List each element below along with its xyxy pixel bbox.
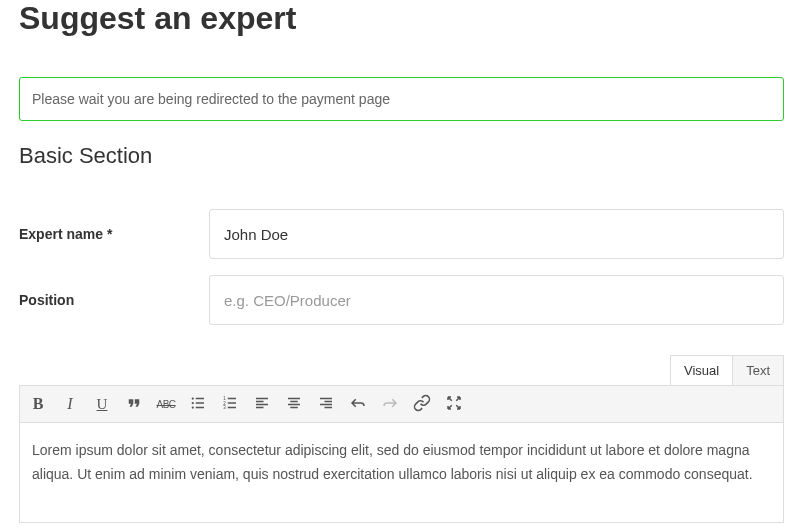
position-label: Position <box>19 275 209 308</box>
editor-content[interactable]: Lorem ipsum dolor sit amet, consectetur … <box>19 423 784 523</box>
link-button[interactable] <box>406 388 438 420</box>
numbered-list-button[interactable]: 123 <box>214 388 246 420</box>
svg-rect-14 <box>256 403 268 405</box>
align-center-button[interactable] <box>278 388 310 420</box>
strikethrough-icon: ABC <box>156 399 175 410</box>
svg-rect-19 <box>290 406 298 408</box>
svg-rect-22 <box>320 403 332 405</box>
align-right-button[interactable] <box>310 388 342 420</box>
svg-rect-7 <box>228 397 236 399</box>
italic-button[interactable]: I <box>54 388 86 420</box>
form-row-expert-name: Expert name * <box>19 209 784 259</box>
svg-rect-23 <box>325 406 333 408</box>
bullet-list-button[interactable] <box>182 388 214 420</box>
tab-text[interactable]: Text <box>732 355 784 385</box>
strikethrough-button[interactable]: ABC <box>150 388 182 420</box>
undo-icon <box>349 394 367 415</box>
svg-rect-21 <box>325 400 333 402</box>
svg-point-0 <box>192 397 194 399</box>
tab-visual[interactable]: Visual <box>670 355 732 385</box>
svg-rect-20 <box>320 397 332 399</box>
svg-rect-12 <box>256 397 268 399</box>
expert-name-label: Expert name * <box>19 209 209 242</box>
svg-rect-11 <box>228 406 236 408</box>
editor-container: Visual Text B I U ABC 123 <box>19 355 784 523</box>
svg-rect-1 <box>196 397 204 399</box>
svg-rect-5 <box>196 406 204 408</box>
svg-rect-18 <box>288 403 300 405</box>
bullet-list-icon <box>189 394 207 415</box>
svg-rect-13 <box>256 400 264 402</box>
svg-rect-15 <box>256 406 264 408</box>
underline-button[interactable]: U <box>86 388 118 420</box>
align-left-button[interactable] <box>246 388 278 420</box>
form-row-position: Position <box>19 275 784 325</box>
redirect-alert: Please wait you are being redirected to … <box>19 77 784 121</box>
numbered-list-icon: 123 <box>221 394 239 415</box>
fullscreen-button[interactable] <box>438 388 470 420</box>
svg-rect-17 <box>290 400 298 402</box>
bold-button[interactable]: B <box>22 388 54 420</box>
align-left-icon <box>253 394 271 415</box>
quote-icon <box>125 394 143 415</box>
svg-point-2 <box>192 401 194 403</box>
undo-button[interactable] <box>342 388 374 420</box>
align-right-icon <box>317 394 335 415</box>
redo-button[interactable] <box>374 388 406 420</box>
fullscreen-icon <box>445 394 463 415</box>
svg-rect-9 <box>228 402 236 404</box>
svg-point-4 <box>192 406 194 408</box>
svg-rect-16 <box>288 397 300 399</box>
expert-name-input[interactable] <box>209 209 784 259</box>
section-heading: Basic Section <box>19 143 784 169</box>
page-title: Suggest an expert <box>19 0 784 37</box>
link-icon <box>413 394 431 415</box>
svg-text:3: 3 <box>223 405 226 410</box>
redo-icon <box>381 394 399 415</box>
editor-toolbar: B I U ABC 123 <box>19 385 784 423</box>
position-input[interactable] <box>209 275 784 325</box>
editor-tabs: Visual Text <box>19 355 784 385</box>
blockquote-button[interactable] <box>118 388 150 420</box>
svg-rect-3 <box>196 402 204 404</box>
align-center-icon <box>285 394 303 415</box>
